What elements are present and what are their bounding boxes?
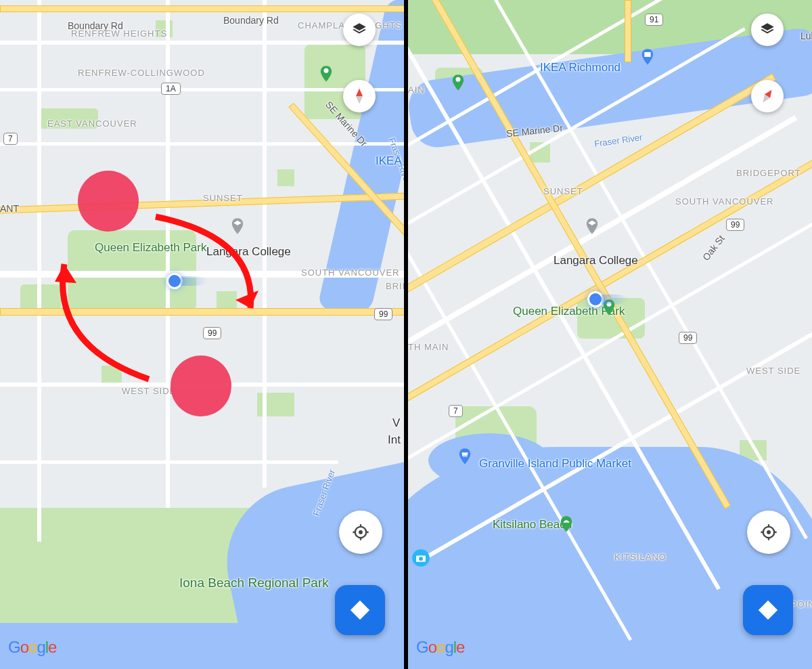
highway-shield: 99 [726, 219, 744, 231]
park-pin-icon[interactable] [317, 64, 336, 83]
compass-icon [349, 86, 369, 106]
area-label: EAST VANCOUVER [47, 118, 137, 129]
directions-icon [757, 599, 780, 622]
gesture-touch-dot [171, 355, 231, 416]
area-label: WEST SIDE [746, 366, 800, 376]
area-label: RENFREW HEIGHTS [71, 28, 167, 39]
area-label: SUNSET [203, 193, 243, 203]
svg-point-8 [419, 557, 423, 561]
ikea-pin-icon[interactable] [638, 47, 657, 66]
poi-label: IKEA Richmond [540, 61, 621, 74]
my-location-button[interactable] [339, 511, 382, 554]
svg-point-0 [324, 68, 329, 73]
highway-shield: 91 [645, 14, 663, 26]
compass-icon [753, 82, 782, 110]
area-label: ANT [0, 203, 19, 214]
area-label: BRIDGEPORT [736, 168, 801, 178]
area-label: TH MAIN [408, 342, 449, 352]
park-label: Queen Elizabeth Park [95, 241, 206, 255]
area-label: AIN [408, 85, 425, 95]
gesture-touch-dot [78, 171, 139, 232]
area-label: SOUTH VANCOUVER [675, 196, 774, 207]
directions-button[interactable] [335, 585, 385, 635]
area-label: SUNSET [543, 186, 583, 196]
college-pin-icon[interactable] [228, 217, 247, 236]
highway-shield: 1A [161, 83, 181, 95]
crosshair-icon [759, 523, 778, 542]
college-pin-icon[interactable] [583, 217, 602, 236]
layers-icon [351, 21, 368, 39]
road-label: Boundary Rd [223, 15, 279, 26]
svg-rect-3 [644, 52, 650, 57]
map-pane-left[interactable]: Boundary Rd Boundary Rd RENFREW HEIGHTS … [0, 0, 404, 669]
current-location-dot [166, 273, 183, 289]
map-pane-right[interactable]: IKEA Richmond SUNSET SOUTH VANCOUVER BRI… [408, 0, 812, 669]
compass-button[interactable] [343, 80, 376, 112]
my-location-button[interactable] [747, 511, 790, 554]
highway-shield: 7 [449, 405, 463, 417]
park-pin-icon[interactable] [449, 73, 468, 92]
svg-point-10 [767, 530, 771, 534]
current-location-dot [587, 291, 604, 307]
area-label: SOUTH VANCOUVER [301, 267, 400, 278]
area-label: BRID [386, 281, 404, 291]
compass-button[interactable] [751, 80, 784, 112]
poi-label: V [392, 416, 400, 430]
poi-label: Langara College [206, 245, 291, 259]
camera-pin-icon[interactable] [411, 548, 430, 567]
area-label: WEST SIDE [122, 386, 176, 396]
layers-button[interactable] [751, 14, 784, 46]
poi-label: Int [388, 433, 401, 447]
highway-shield: 7 [3, 133, 18, 145]
google-logo: Google [416, 638, 464, 657]
area-label: KITSILANO [614, 552, 667, 562]
highway-shield: 99 [203, 327, 221, 339]
area-label: Lul [800, 30, 812, 41]
market-pin-icon[interactable] [455, 447, 474, 466]
park-label: Iona Beach Regional Park [179, 576, 329, 590]
google-logo: Google [8, 638, 56, 657]
highway-shield: 99 [679, 332, 697, 344]
beach-pin-icon[interactable] [557, 515, 576, 534]
svg-point-4 [456, 77, 461, 82]
directions-icon [348, 599, 371, 622]
layers-button[interactable] [343, 14, 376, 46]
poi-label: Granville Island Public Market [479, 457, 631, 471]
layers-icon [759, 21, 776, 39]
highway-shield: 99 [374, 308, 392, 320]
svg-point-2 [359, 530, 363, 534]
area-label: RENFREW-COLLINGWOOD [78, 68, 205, 78]
crosshair-icon [351, 523, 370, 542]
poi-label: IKEA R [376, 154, 404, 168]
directions-button[interactable] [743, 585, 793, 635]
poi-label: Langara College [554, 254, 638, 267]
